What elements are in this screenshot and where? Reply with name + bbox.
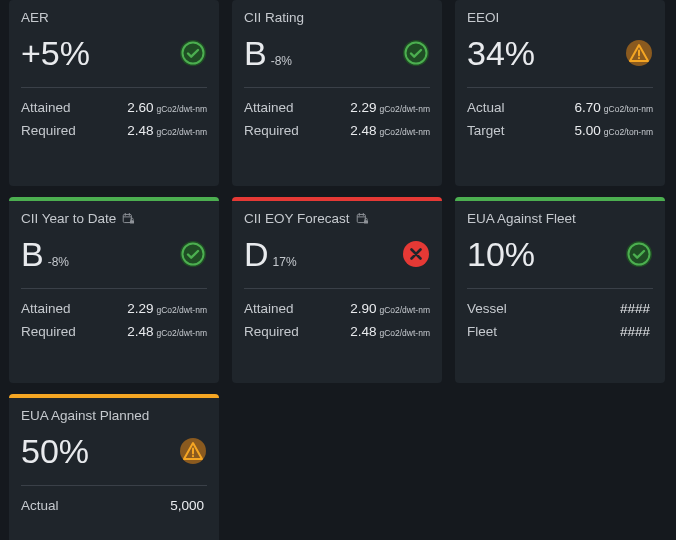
kv-row: Attained 2.29 gCo2/dwt-nm [244, 96, 430, 119]
kv-row: Required 2.48 gCo2/dwt-nm [21, 119, 207, 142]
card-title: EUA Against Fleet [467, 211, 653, 226]
divider [21, 485, 207, 486]
kv-row: Actual 6.70 gCo2/ton-nm [467, 96, 653, 119]
main-row: D 17% [244, 230, 430, 278]
warning-icon [625, 39, 653, 67]
kv-value: 2.29 gCo2/dwt-nm [350, 100, 430, 115]
title-text: EUA Against Fleet [467, 211, 576, 226]
calendar-lock-icon [356, 212, 369, 225]
main-value: D 17% [244, 237, 297, 271]
title-text: CII Year to Date [21, 211, 116, 226]
main-number: B [244, 36, 267, 70]
kv-row: Required 2.48 gCo2/dwt-nm [244, 119, 430, 142]
main-row: B -8% [244, 29, 430, 77]
divider [21, 87, 207, 88]
kv-value: 2.48 gCo2/dwt-nm [350, 123, 430, 138]
kv-value: #### [620, 301, 653, 316]
main-row: B -8% [21, 230, 207, 278]
calendar-lock-icon [122, 212, 135, 225]
divider [244, 288, 430, 289]
title-text: CII EOY Forecast [244, 211, 350, 226]
card-cii-ytd[interactable]: CII Year to Date B -8% Attained 2.29 gCo… [9, 197, 219, 383]
kv-row: Required 2.48 gCo2/dwt-nm [244, 320, 430, 343]
main-number: +5% [21, 36, 90, 70]
card-title: AER [21, 10, 207, 25]
kv-label: Actual [21, 498, 59, 513]
kv-value: 2.48 gCo2/dwt-nm [127, 123, 207, 138]
main-number: B [21, 237, 44, 271]
svg-point-0 [180, 40, 206, 66]
card-eeoi[interactable]: EEOI 34% Actual 6.70 gCo2/ton-nm Target … [455, 0, 665, 186]
kv-label: Attained [244, 100, 294, 115]
cross-icon [402, 240, 430, 268]
check-icon [402, 39, 430, 67]
main-value: 34% [467, 36, 539, 70]
warning-icon [179, 437, 207, 465]
divider [467, 288, 653, 289]
title-text: EUA Against Planned [21, 408, 149, 423]
main-value: 50% [21, 434, 93, 468]
kv-value: 6.70 gCo2/ton-nm [575, 100, 653, 115]
kv-label: Attained [21, 301, 71, 316]
main-value: B -8% [244, 36, 292, 70]
accent-bar [9, 394, 219, 398]
main-number: 34% [467, 36, 535, 70]
title-text: CII Rating [244, 10, 304, 25]
card-eua-fleet[interactable]: EUA Against Fleet 10% Vessel #### Fleet … [455, 197, 665, 383]
kv-label: Required [244, 324, 299, 339]
divider [244, 87, 430, 88]
check-icon [179, 39, 207, 67]
kv-label: Required [21, 324, 76, 339]
kv-label: Required [244, 123, 299, 138]
accent-bar [455, 197, 665, 201]
svg-point-20 [626, 241, 652, 267]
kv-label: Required [21, 123, 76, 138]
card-title: CII EOY Forecast [244, 211, 430, 226]
main-value: 10% [467, 237, 539, 271]
divider [21, 288, 207, 289]
card-title: CII Year to Date [21, 211, 207, 226]
main-sub: -8% [48, 255, 69, 269]
check-icon [625, 240, 653, 268]
dashboard-grid: AER +5% Attained 2.60 gCo2/dwt-nm Requir… [0, 0, 676, 540]
card-cii-rating[interactable]: CII Rating B -8% Attained 2.29 gCo2/dwt-… [232, 0, 442, 186]
kv-label: Target [467, 123, 505, 138]
kv-row: Fleet #### [467, 320, 653, 343]
card-eua-planned[interactable]: EUA Against Planned 50% Actual 5,000 [9, 394, 219, 540]
kv-value: 2.60 gCo2/dwt-nm [127, 100, 207, 115]
kv-value: 2.29 gCo2/dwt-nm [127, 301, 207, 316]
title-text: AER [21, 10, 49, 25]
kv-row: Vessel #### [467, 297, 653, 320]
kv-value: 2.90 gCo2/dwt-nm [350, 301, 430, 316]
card-title: EEOI [467, 10, 653, 25]
accent-bar [9, 197, 219, 201]
kv-value: #### [620, 324, 653, 339]
kv-value: 2.48 gCo2/dwt-nm [350, 324, 430, 339]
kv-label: Fleet [467, 324, 497, 339]
svg-rect-18 [364, 220, 368, 223]
kv-row: Required 2.48 gCo2/dwt-nm [21, 320, 207, 343]
main-row: 34% [467, 29, 653, 77]
svg-rect-11 [130, 220, 134, 223]
main-row: 10% [467, 230, 653, 278]
main-sub: 17% [273, 255, 297, 269]
kv-value: 5.00 gCo2/ton-nm [575, 123, 653, 138]
kv-label: Attained [244, 301, 294, 316]
kv-row: Attained 2.90 gCo2/dwt-nm [244, 297, 430, 320]
kv-row: Attained 2.60 gCo2/dwt-nm [21, 96, 207, 119]
main-number: 50% [21, 434, 89, 468]
check-icon [179, 240, 207, 268]
accent-bar [232, 197, 442, 201]
main-number: D [244, 237, 269, 271]
card-cii-eoy[interactable]: CII EOY Forecast D 17% Attained 2.90 gCo… [232, 197, 442, 383]
kv-row: Target 5.00 gCo2/ton-nm [467, 119, 653, 142]
card-aer[interactable]: AER +5% Attained 2.60 gCo2/dwt-nm Requir… [9, 0, 219, 186]
kv-value: 2.48 gCo2/dwt-nm [127, 324, 207, 339]
kv-label: Attained [21, 100, 71, 115]
kv-label: Actual [467, 100, 505, 115]
svg-point-6 [638, 57, 640, 59]
divider [467, 87, 653, 88]
title-text: EEOI [467, 10, 499, 25]
main-row: 50% [21, 427, 207, 475]
main-value: B -8% [21, 237, 69, 271]
